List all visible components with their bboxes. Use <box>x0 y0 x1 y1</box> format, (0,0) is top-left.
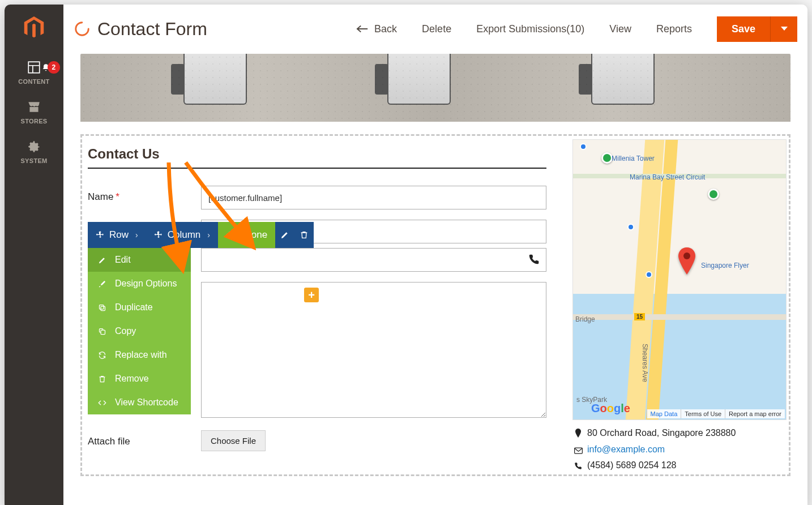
heading-rule <box>88 168 546 169</box>
brush-icon <box>98 280 106 288</box>
move-icon <box>154 230 163 239</box>
duplicate-icon <box>98 303 106 312</box>
sidebar-item-stores[interactable]: STORES <box>5 93 63 132</box>
map-poi[interactable] <box>580 143 587 150</box>
svg-rect-0 <box>28 62 40 73</box>
annotation-arrow <box>182 159 256 252</box>
svg-rect-7 <box>101 330 105 335</box>
map-label-sheares: Sheares Ave <box>641 344 649 382</box>
export-submissions-button[interactable]: Export Submissions(10) <box>476 23 584 35</box>
refresh-icon <box>98 351 106 360</box>
trash-icon <box>300 230 309 239</box>
svg-point-8 <box>683 252 690 259</box>
reports-button[interactable]: Reports <box>656 23 692 35</box>
copy-icon <box>98 327 106 336</box>
map-poi[interactable] <box>627 224 634 230</box>
field-email-hidden: . Row› <box>88 220 546 243</box>
svg-rect-5 <box>101 306 105 311</box>
arrow-left-icon <box>356 24 369 33</box>
context-menu-replace[interactable]: Replace with <box>88 343 191 367</box>
save-dropdown-button[interactable] <box>770 16 797 42</box>
map-label-flyer: Singapore Flyer <box>701 262 749 269</box>
contact-email-link[interactable]: info@example.com <box>587 442 665 457</box>
contact-info: 80 Orchard Road, Singapore 238880 info@e… <box>572 420 787 474</box>
admin-sidebar: CONTENT 2 STORES SYSTEM <box>5 5 63 505</box>
sidebar-item-label: SYSTEM <box>20 157 47 164</box>
field-attach: Attach file Choose File <box>88 430 546 451</box>
chevron-right-icon: › <box>135 230 138 239</box>
add-element-button[interactable]: + <box>304 288 319 302</box>
delete-element-button[interactable] <box>294 222 314 248</box>
context-menu-remove[interactable]: Remove <box>88 367 191 391</box>
svg-rect-6 <box>99 305 104 309</box>
magento-logo <box>5 5 63 53</box>
context-menu-shortcode[interactable]: View Shortcode <box>88 391 191 414</box>
map-highway-badge: 15 <box>634 313 645 320</box>
layout-icon <box>27 60 41 75</box>
move-icon <box>96 230 105 239</box>
sidebar-item-label: CONTENT <box>18 78 49 85</box>
context-menu-copy[interactable]: Copy <box>88 319 191 343</box>
map-widget[interactable]: Millenia Tower Marina Bay Street Circuit… <box>572 139 787 420</box>
context-menu-duplicate[interactable]: Duplicate <box>88 296 191 319</box>
code-icon <box>98 399 106 407</box>
map-poi[interactable] <box>646 271 652 278</box>
page-header: Contact Form Back Delete Export Submissi… <box>63 5 807 54</box>
save-button[interactable]: Save <box>717 16 770 42</box>
google-logo: Google <box>591 402 630 415</box>
sidebar-item-system[interactable]: SYSTEM <box>5 132 63 172</box>
map-pin-icon <box>676 247 698 277</box>
map-label-millenia: Millenia Tower <box>612 155 655 162</box>
pencil-icon <box>280 230 289 239</box>
message-textarea[interactable] <box>201 282 546 418</box>
map-data-link[interactable]: Map Data <box>647 409 681 418</box>
pencil-icon <box>98 256 106 264</box>
svg-point-3 <box>76 23 89 36</box>
form-heading: Contact Us <box>88 144 546 168</box>
map-terms-link[interactable]: Terms of Use <box>681 409 725 418</box>
envelope-icon <box>574 444 583 459</box>
delete-button[interactable]: Delete <box>422 23 451 35</box>
phone-icon <box>528 254 540 267</box>
trash-icon <box>98 375 106 383</box>
edit-element-button[interactable] <box>275 222 294 248</box>
required-mark: * <box>116 191 119 202</box>
caret-down-icon <box>780 26 788 32</box>
notification-badge: 2 <box>48 61 60 74</box>
breadcrumb-row[interactable]: Row› <box>88 222 146 248</box>
map-poi[interactable] <box>708 189 719 200</box>
back-button[interactable]: Back <box>356 23 397 35</box>
map-label-bridge: Bridge <box>575 315 595 323</box>
sidebar-item-content[interactable]: CONTENT 2 <box>5 53 63 93</box>
map-pin-icon <box>574 427 583 442</box>
context-menu-design[interactable]: Design Options <box>88 272 191 296</box>
sidebar-item-label: STORES <box>21 118 48 125</box>
spinner-icon <box>74 20 91 37</box>
svg-rect-9 <box>574 448 582 453</box>
field-name: Name* <box>88 186 546 209</box>
gear-icon <box>27 139 41 154</box>
store-icon <box>27 100 41 114</box>
view-button[interactable]: View <box>609 23 631 35</box>
page-title: Contact Form <box>97 19 207 40</box>
choose-file-button[interactable]: Choose File <box>201 430 266 451</box>
map-report-link[interactable]: Report a map error <box>725 409 785 418</box>
phone-icon <box>574 460 583 474</box>
hero-image <box>80 54 790 122</box>
map-label-circuit: Marina Bay Street Circuit <box>630 173 705 181</box>
map-poi[interactable] <box>601 152 613 164</box>
